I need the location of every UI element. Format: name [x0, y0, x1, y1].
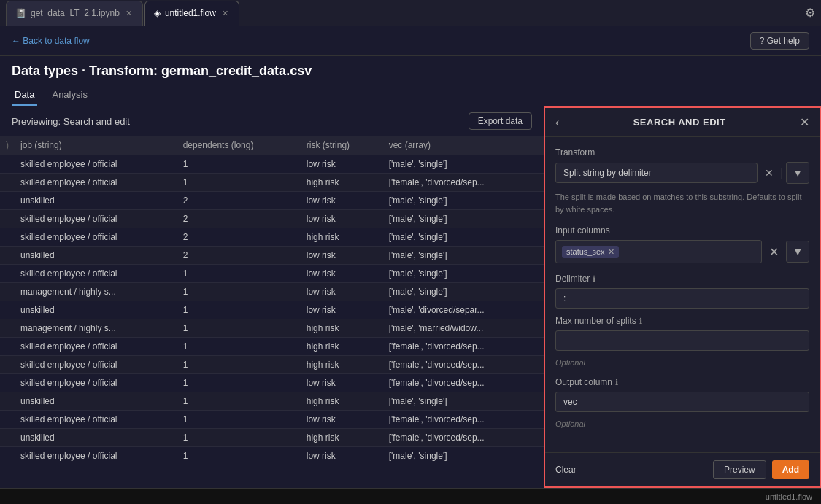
export-data-button[interactable]: Export data: [469, 112, 532, 130]
output-column-optional: Optional: [555, 419, 809, 428]
cell-dependents: 1: [177, 392, 301, 411]
tab-notebook[interactable]: 📓 get_data_LT_2.1.ipynb ✕: [6, 1, 143, 26]
cell-dependents: 1: [177, 338, 301, 356]
col-header-job[interactable]: job (string): [15, 136, 177, 155]
get-help-button[interactable]: ? Get help: [750, 32, 809, 50]
input-columns-box[interactable]: status_sex ✕: [555, 240, 762, 263]
delimiter-input[interactable]: [555, 288, 809, 309]
tab-flow[interactable]: ◈ untitled1.flow ✕: [144, 1, 239, 26]
cell-job: unskilled: [15, 192, 177, 210]
panel-footer: Clear Preview Add: [545, 452, 820, 486]
cell-risk: low risk: [301, 374, 383, 392]
cell-vec: ['male', 'single']: [383, 228, 544, 247]
data-table-wrapper: ) job (string) dependents (long) risk (s…: [0, 136, 544, 488]
cell-vec: ['male', 'single']: [383, 247, 544, 265]
cell-risk: high risk: [301, 429, 383, 447]
cell-vec: ['male', 'single']: [383, 155, 544, 174]
cell-dependents: 1: [177, 447, 301, 465]
cell-index: [0, 247, 15, 265]
cell-dependents: 1: [177, 155, 301, 174]
output-column-info-icon[interactable]: ℹ: [615, 378, 618, 387]
cell-job: unskilled: [15, 392, 177, 411]
cell-index: [0, 319, 15, 338]
tab-flow-label: untitled1.flow: [165, 8, 216, 18]
cell-risk: high risk: [301, 392, 383, 411]
cell-dependents: 2: [177, 210, 301, 228]
status-filename: untitled1.flow: [766, 492, 812, 501]
table-row: skilled employee / official 2 high risk …: [0, 228, 544, 247]
cell-index: [0, 283, 15, 301]
max-splits-info-icon[interactable]: ℹ: [639, 317, 642, 326]
cell-dependents: 1: [177, 319, 301, 338]
table-row: skilled employee / official 1 low risk […: [0, 447, 544, 465]
cell-vec: ['female', 'divorced/sep...: [383, 356, 544, 374]
tab-analysis[interactable]: Analysis: [49, 85, 90, 106]
cell-dependents: 1: [177, 356, 301, 374]
main-area: ← Back to data flow ? Get help Data type…: [0, 26, 821, 488]
table-row: skilled employee / official 1 high risk …: [0, 338, 544, 356]
transform-dropdown-button[interactable]: ▼: [786, 162, 809, 184]
notebook-icon: 📓: [15, 8, 26, 18]
tag-remove-button[interactable]: ✕: [608, 247, 614, 257]
output-column-label: Output column ℹ: [555, 377, 809, 387]
cell-index: [0, 174, 15, 192]
transform-input[interactable]: [555, 163, 758, 183]
input-columns-label: Input columns: [555, 225, 809, 236]
cell-dependents: 2: [177, 247, 301, 265]
cell-job: unskilled: [15, 429, 177, 447]
expand-inputs-button[interactable]: ▼: [786, 241, 809, 263]
footer-right: Preview Add: [713, 460, 809, 479]
output-column-input[interactable]: [555, 392, 809, 412]
cell-risk: high risk: [301, 174, 383, 192]
table-header: ) job (string) dependents (long) risk (s…: [0, 136, 544, 155]
col-header-vec[interactable]: vec (array): [383, 136, 544, 155]
col-header-risk[interactable]: risk (string): [301, 136, 383, 155]
cell-index: [0, 374, 15, 392]
table-body: skilled employee / official 1 low risk […: [0, 155, 544, 465]
cell-risk: low risk: [301, 265, 383, 283]
delimiter-info-icon[interactable]: ℹ: [593, 274, 595, 284]
cell-dependents: 1: [177, 174, 301, 192]
max-splits-input[interactable]: [555, 330, 809, 351]
cell-vec: ['female', 'divorced/sep...: [383, 411, 544, 429]
delimiter-label: Delimiter ℹ: [555, 274, 809, 284]
cell-vec: ['male', 'divorced/separ...: [383, 301, 544, 319]
panel-body: Transform ✕ | ▼ The split is made based …: [545, 137, 820, 452]
settings-gear-icon[interactable]: ⚙: [805, 6, 815, 20]
panel-close-button[interactable]: ✕: [800, 115, 809, 129]
cell-index: [0, 228, 15, 247]
cell-risk: low risk: [301, 247, 383, 265]
col-header-dependents[interactable]: dependents (long): [177, 136, 301, 155]
tab-flow-close[interactable]: ✕: [220, 9, 230, 18]
cell-index: [0, 155, 15, 174]
cell-job: skilled employee / official: [15, 374, 177, 392]
table-row: skilled employee / official 1 low risk […: [0, 374, 544, 392]
panel-header: ‹ SEARCH AND EDIT ✕: [545, 108, 820, 137]
clear-inputs-button[interactable]: ✕: [765, 242, 783, 262]
preview-button[interactable]: Preview: [713, 460, 766, 479]
cell-vec: ['male', 'single']: [383, 283, 544, 301]
transform-clear-button[interactable]: ✕: [760, 164, 778, 182]
cell-job: skilled employee / official: [15, 447, 177, 465]
status-bar: untitled1.flow: [0, 488, 821, 504]
cell-risk: low risk: [301, 192, 383, 210]
table-row: unskilled 1 high risk ['male', 'single']: [0, 392, 544, 411]
cell-job: skilled employee / official: [15, 356, 177, 374]
cell-job: skilled employee / official: [15, 265, 177, 283]
back-to-data-flow-link[interactable]: ← Back to data flow: [12, 36, 90, 46]
cell-index: [0, 429, 15, 447]
tag-status-sex: status_sex ✕: [562, 246, 619, 258]
cell-risk: high risk: [301, 319, 383, 338]
cell-risk: high risk: [301, 356, 383, 374]
panel-back-button[interactable]: ‹: [555, 116, 559, 129]
cell-risk: high risk: [301, 228, 383, 247]
cell-vec: ['male', 'single']: [383, 447, 544, 465]
title-bar: 📓 get_data_LT_2.1.ipynb ✕ ◈ untitled1.fl…: [0, 0, 821, 26]
page-header: Data types · Transform: german_credit_da…: [0, 56, 821, 82]
add-button[interactable]: Add: [772, 460, 809, 479]
tab-data[interactable]: Data: [12, 85, 37, 106]
cell-dependents: 2: [177, 228, 301, 247]
clear-button[interactable]: Clear: [555, 465, 577, 475]
table-row: unskilled 2 low risk ['male', 'single']: [0, 247, 544, 265]
tab-notebook-close[interactable]: ✕: [124, 9, 134, 18]
